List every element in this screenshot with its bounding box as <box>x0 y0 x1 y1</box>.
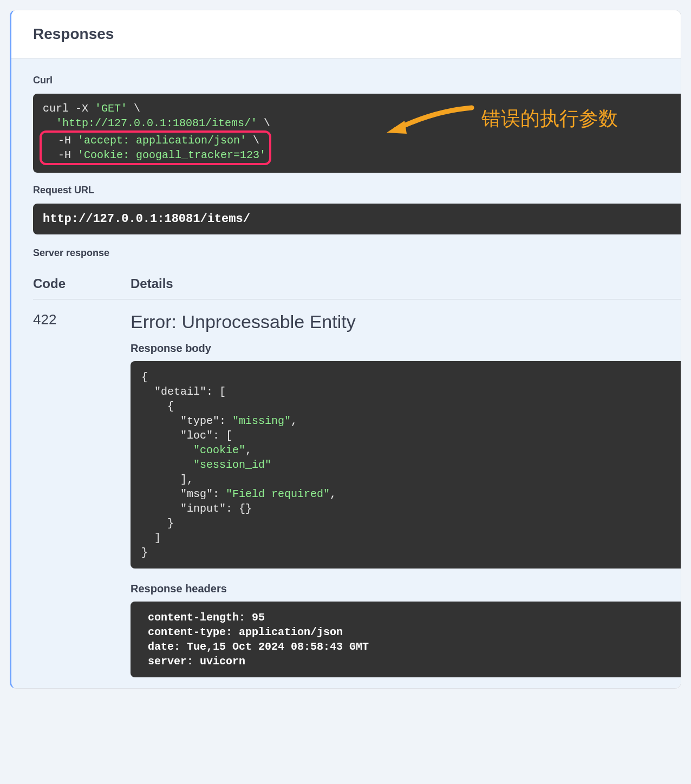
curl-text: 'accept: application/json' <box>77 134 246 147</box>
highlighted-error-line: -H 'accept: application/json' \ -H 'Cook… <box>40 130 271 165</box>
responses-body: Curl curl -X 'GET' \ 'http://127.0.0.1:1… <box>11 58 681 688</box>
json-text <box>141 444 193 456</box>
response-headers-label: Response headers <box>131 583 681 595</box>
curl-label: Curl <box>33 75 681 86</box>
json-text: "type" <box>180 415 219 427</box>
json-text: : <box>213 488 226 500</box>
response-headers-codeblock[interactable]: content-length: 95 content-type: applica… <box>131 602 681 677</box>
response-columns-header: Code Details <box>33 266 681 299</box>
curl-text: \ <box>246 134 259 147</box>
responses-card: Responses Curl curl -X 'GET' \ 'http://1… <box>10 10 681 689</box>
json-text: : {} <box>226 502 252 515</box>
response-row: 422 Error: Unprocessable Entity Response… <box>33 299 681 677</box>
json-text: } <box>141 517 174 530</box>
json-text: "cookie" <box>193 444 245 456</box>
column-details: Details <box>131 276 681 291</box>
json-text: ] <box>141 532 161 544</box>
json-text: "Field required" <box>226 488 330 500</box>
curl-text: -H <box>45 134 77 147</box>
json-text: : [ <box>213 429 232 442</box>
curl-text: 'Cookie: googall_tracker=123' <box>77 149 266 161</box>
json-text <box>141 488 180 500</box>
response-details: Error: Unprocessable Entity Response bod… <box>131 311 681 677</box>
json-text: "loc" <box>180 429 213 442</box>
column-code: Code <box>33 276 131 291</box>
server-response-label: Server response <box>33 247 681 259</box>
json-text: { <box>141 400 174 413</box>
json-text: } <box>141 546 148 559</box>
json-text: ], <box>141 473 193 486</box>
json-text: "detail" <box>154 386 206 398</box>
json-text <box>141 386 154 398</box>
annotation-text: 错误的执行参数 <box>481 107 618 134</box>
json-text: : <box>219 415 232 427</box>
json-text: , <box>291 415 297 427</box>
json-text <box>141 459 193 471</box>
json-text: "msg" <box>180 488 213 500</box>
json-text <box>141 415 180 427</box>
annotation-callout: 错误的执行参数 <box>385 101 618 139</box>
json-text: , <box>245 444 252 456</box>
json-text: { <box>141 371 148 383</box>
status-code: 422 <box>33 311 131 328</box>
svg-marker-0 <box>387 121 407 134</box>
json-text: "session_id" <box>193 459 271 471</box>
curl-text: 'http://127.0.0.1:18081/items/' <box>56 117 257 129</box>
json-text: "input" <box>180 502 226 515</box>
error-title: Error: Unprocessable Entity <box>131 311 681 332</box>
request-url-value[interactable]: http://127.0.0.1:18081/items/ <box>33 204 681 234</box>
curl-text: \ <box>257 117 270 129</box>
json-text <box>141 502 180 515</box>
response-body-label: Response body <box>131 342 681 355</box>
response-body-codeblock[interactable]: { "detail": [ { "type": "missing", "loc"… <box>131 361 681 569</box>
curl-text: curl -X <box>43 102 95 115</box>
json-text: , <box>330 488 336 500</box>
json-text: "missing" <box>232 415 291 427</box>
curl-text <box>43 117 56 129</box>
request-url-label: Request URL <box>33 185 681 196</box>
json-text <box>141 429 180 442</box>
arrow-left-icon <box>385 101 477 139</box>
responses-title: Responses <box>11 10 681 58</box>
curl-codeblock[interactable]: curl -X 'GET' \ 'http://127.0.0.1:18081/… <box>33 94 681 173</box>
curl-text: \ <box>127 102 140 115</box>
curl-text: -H <box>45 149 77 161</box>
json-text: : [ <box>206 386 226 398</box>
curl-text: 'GET' <box>95 102 127 115</box>
